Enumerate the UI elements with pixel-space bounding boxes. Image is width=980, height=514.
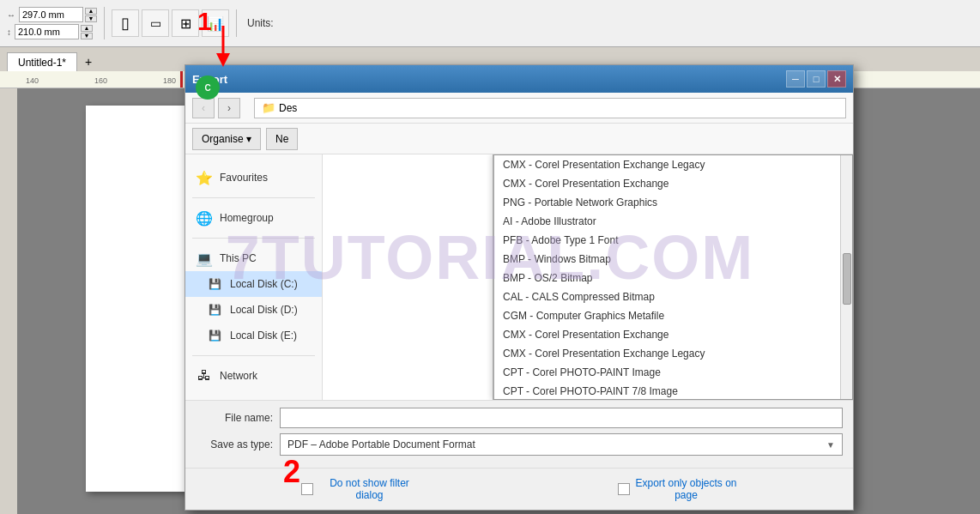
localdisk-d-icon: 💾	[206, 301, 223, 318]
dimension-inputs: ↔ ▲ ▼ ↕ ▲ ▼	[7, 7, 97, 39]
height-icon: ↕	[7, 27, 11, 37]
savetype-select[interactable]: PDF – Adobe Portable Document Format ▼	[280, 433, 843, 456]
sidebar-favourites-section: ⭐ Favourites	[185, 161, 322, 194]
dialog-maximize-btn[interactable]: □	[807, 70, 826, 88]
svg-marker-7	[216, 53, 230, 67]
checkbox-export-objects-label: Export only objects on page	[635, 477, 738, 501]
favourites-icon: ⭐	[196, 169, 213, 186]
sidebar-item-localdisk-d[interactable]: 💾 Local Disk (D:)	[185, 297, 322, 323]
checkbox-no-filter[interactable]: Do not show filter dialog	[301, 477, 421, 501]
localdisk-c-icon: 💾	[206, 275, 223, 293]
height-input[interactable]	[15, 24, 79, 39]
dialog-toolbar: Organise ▾ Ne	[185, 124, 853, 154]
corel-icon-label: C	[204, 83, 210, 93]
format-item-11[interactable]: CPT - Corel PHOTO-PAINT Image	[494, 363, 852, 382]
sidebar-divider-2	[192, 238, 315, 239]
thispc-label: This PC	[220, 252, 257, 264]
corel-icon: C	[196, 76, 220, 100]
format-item-7[interactable]: CAL - CALS Compressed Bitmap	[494, 287, 852, 306]
height-spinner: ▲ ▼	[81, 25, 93, 39]
portrait-btn[interactable]: ▯	[112, 9, 139, 37]
format-list: CMX - Corel Presentation Exchange Legacy…	[494, 155, 852, 400]
savetype-row: Save as type: PDF – Adobe Portable Docum…	[196, 433, 843, 456]
nav-breadcrumb[interactable]: 📁 Des	[254, 98, 846, 118]
format-item-4[interactable]: PFB - Adobe Type 1 Font	[494, 231, 852, 250]
format-item-6[interactable]: BMP - OS/2 Bitmap	[494, 269, 852, 287]
localdisk-e-label: Local Disk (E:)	[230, 330, 297, 342]
sidebar-divider-3	[192, 355, 315, 356]
tab-untitled[interactable]: Untitled-1*	[7, 52, 77, 71]
annotation-1-group: 1	[197, 7, 212, 36]
height-spin-down[interactable]: ▼	[81, 33, 93, 39]
dialog-nav: ‹ › 📁 Des	[185, 93, 853, 124]
checkbox-no-filter-label: Do not show filter dialog	[318, 477, 421, 501]
grid-btn[interactable]: ⊞	[172, 9, 199, 37]
new-folder-btn[interactable]: Ne	[266, 128, 298, 150]
network-label: Network	[220, 370, 257, 382]
dialog-titlebar-buttons: ─ □ ✕	[786, 70, 846, 88]
filename-input[interactable]	[280, 408, 843, 428]
localdisk-d-label: Local Disk (D:)	[230, 304, 298, 316]
format-item-0[interactable]: CMX - Corel Presentation Exchange Legacy	[494, 155, 852, 174]
format-item-3[interactable]: AI - Adobe Illustrator	[494, 212, 852, 231]
format-item-8[interactable]: CGM - Computer Graphics Metafile	[494, 306, 852, 325]
organise-btn[interactable]: Organise ▾	[192, 128, 261, 150]
dialog-minimize-btn[interactable]: ─	[786, 70, 805, 88]
homegroup-icon: 🌐	[196, 209, 213, 227]
format-item-1[interactable]: CMX - Corel Presentation Exchange	[494, 174, 852, 193]
filename-row: File name:	[196, 408, 843, 428]
width-spin-down[interactable]: ▼	[85, 15, 97, 22]
width-input[interactable]	[19, 7, 83, 22]
tab-add-btn[interactable]: +	[79, 52, 98, 71]
arrow-1-svg	[206, 26, 240, 69]
dialog-sidebar: ⭐ Favourites 🌐 Homegroup 💻 This PC 💾	[185, 154, 323, 400]
sidebar-item-localdisk-c[interactable]: 💾 Local Disk (C:)	[185, 271, 322, 297]
width-input-row: ↔ ▲ ▼	[7, 7, 97, 22]
sidebar-item-thispc[interactable]: 💻 This PC	[185, 245, 322, 271]
breadcrumb-text: Des	[279, 102, 297, 114]
width-spin-up[interactable]: ▲	[85, 8, 97, 15]
export-dialog: Export ─ □ ✕ ‹ › 📁 Des Organise ▾ Ne ⭐	[185, 64, 854, 511]
scroll-thumb	[843, 253, 851, 305]
sidebar-item-favourites[interactable]: ⭐ Favourites	[185, 165, 322, 190]
nav-forward-btn[interactable]: ›	[218, 98, 240, 118]
format-item-12[interactable]: CPT - Corel PHOTO-PAINT 7/8 Image	[494, 382, 852, 400]
favourites-label: Favourites	[220, 172, 268, 184]
network-icon: 🖧	[196, 367, 213, 384]
sidebar-thispc-section: 💻 This PC 💾 Local Disk (C:) 💾 Local Disk…	[185, 242, 322, 352]
format-item-10[interactable]: CMX - Corel Presentation Exchange Legacy	[494, 344, 852, 363]
units-label: Units:	[247, 17, 274, 29]
format-item-5[interactable]: BMP - Windows Bitmap	[494, 250, 852, 269]
sidebar-item-localdisk-e[interactable]: 💾 Local Disk (E:)	[185, 323, 322, 348]
landscape-btn[interactable]: ▭	[142, 9, 169, 37]
checkbox-export-objects-box[interactable]	[618, 483, 630, 495]
savetype-arrow: ▼	[826, 440, 835, 450]
dialog-content: CMX - Corel Presentation Exchange Legacy…	[323, 154, 853, 400]
dialog-close-btn[interactable]: ✕	[827, 70, 846, 88]
width-spinner: ▲ ▼	[85, 8, 97, 22]
sidebar-homegroup-section: 🌐 Homegroup	[185, 202, 322, 234]
folder-icon: 📁	[262, 101, 275, 114]
homegroup-label: Homegroup	[220, 212, 274, 224]
scroll-indicator	[840, 155, 852, 399]
sidebar-item-homegroup[interactable]: 🌐 Homegroup	[185, 205, 322, 231]
format-item-2[interactable]: PNG - Portable Network Graphics	[494, 193, 852, 212]
nav-back-btn[interactable]: ‹	[192, 98, 215, 118]
height-input-row: ↕ ▲ ▼	[7, 24, 97, 39]
format-item-9[interactable]: CMX - Corel Presentation Exchange	[494, 325, 852, 344]
new-folder-label: Ne	[275, 133, 288, 145]
sidebar-item-network[interactable]: 🖧 Network	[185, 363, 322, 389]
svg-text:180: 180	[163, 76, 176, 85]
svg-rect-5	[180, 71, 183, 88]
filename-label: File name:	[196, 412, 273, 424]
svg-text:160: 160	[94, 76, 107, 85]
dialog-body: ⭐ Favourites 🌐 Homegroup 💻 This PC 💾	[185, 154, 853, 400]
tab-label: Untitled-1*	[18, 57, 66, 69]
annotation-2-group: 2	[283, 454, 300, 490]
height-spin-up[interactable]: ▲	[81, 25, 93, 32]
checkbox-no-filter-box[interactable]	[301, 483, 313, 495]
organise-label: Organise ▾	[202, 133, 251, 145]
checkbox-export-objects[interactable]: Export only objects on page	[618, 477, 738, 501]
format-dropdown[interactable]: CMX - Corel Presentation Exchange Legacy…	[493, 154, 853, 400]
savetype-label: Save as type:	[196, 438, 273, 451]
